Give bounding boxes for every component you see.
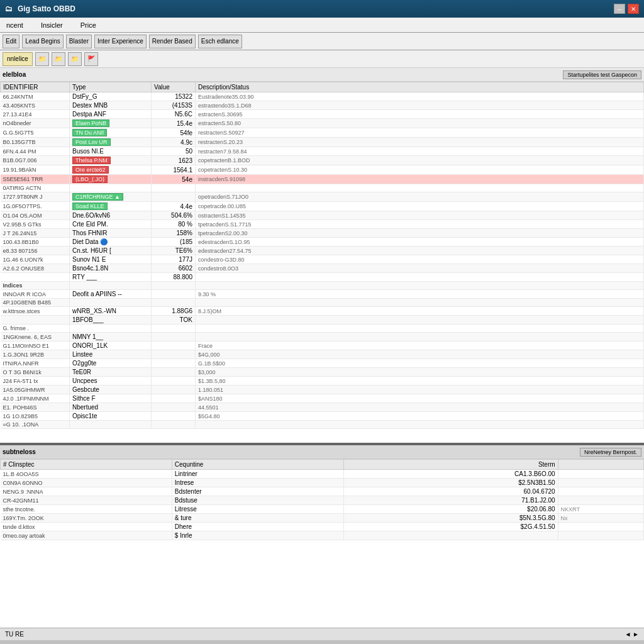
status-button[interactable]: Ore ercte62 <box>72 166 109 174</box>
menu-item-ncent[interactable]: ncent <box>3 20 27 30</box>
toolbar: Edit Lead Begins Blaster Inter Experienc… <box>0 33 644 50</box>
tab-esch-edlance[interactable]: Esch edlance <box>198 35 242 48</box>
cell-id: G1.1MOInN5O E1 <box>1 341 70 350</box>
table-row: Indices <box>1 282 644 290</box>
tab-render-based[interactable]: Render Based <box>149 35 196 48</box>
cell-desc: 8.J.5)OM <box>196 307 644 316</box>
table-row: B0.135G7TBPost Lov UR4.9crestractenS.20.… <box>1 138 644 147</box>
tab-blaster[interactable]: Blaster <box>66 35 92 48</box>
action-flag[interactable]: 🚩 <box>84 52 98 66</box>
cell-type <box>70 184 152 192</box>
tab-lead-begins[interactable]: Lead Begins <box>22 35 64 48</box>
cell-type <box>70 282 152 290</box>
table-row: 19.91.9BAkNOre ercte621564.1copetractenS… <box>1 165 644 175</box>
cell-val: 1564.1 <box>152 165 196 175</box>
startup-test-button[interactable]: Startupelites test Gaspecon <box>563 70 641 79</box>
cell-type: TeE0R <box>70 368 152 377</box>
lower-panel-title: subtneloss <box>3 448 36 455</box>
cell-id: 43.405KNTS <box>1 101 70 110</box>
action-nnlelice[interactable]: nnlelice <box>3 52 33 66</box>
status-button[interactable]: TN Du ANIl <box>72 129 107 136</box>
cell-type: Post Lov UR <box>70 138 152 147</box>
title-bar-controls: – ✕ <box>614 4 639 14</box>
cell-id: O T 3G B6NI1k <box>1 368 70 377</box>
cell-desc: copetractenB.1.BOD <box>196 156 644 165</box>
list-item: tsnde d.kttoxDhere$2G.4.51.50 <box>1 523 644 531</box>
cell-type: wNRB_XS.-WN <box>70 307 152 316</box>
status-button[interactable]: Soad KLLE <box>72 203 108 210</box>
cell-val <box>152 386 196 394</box>
cell-val: 15.4e <box>152 119 196 128</box>
minimize-button[interactable]: – <box>614 4 625 14</box>
cell-type: (LBO_(.JO) <box>70 175 152 184</box>
table-row: 1G 1O.8Z9B5Opisc1te$5G4.80 <box>1 412 644 421</box>
tab-inter-experience[interactable]: Inter Experience <box>94 35 147 48</box>
cell-id: 1G.46 6.UON7k <box>1 255 70 264</box>
table-row: nO4bnederElaen PoNB15.4eestractenS.50.80 <box>1 119 644 128</box>
cell-val: TE6% <box>152 247 196 255</box>
table-row: V2.95B.5 GTksCrte Eld PM.80 %tpetracdenS… <box>1 220 644 229</box>
lower-cell-type: Bdstenter <box>172 487 343 496</box>
title-bar: 🗂 Gig Satto OBBD – ✕ <box>0 0 644 18</box>
lower-cell-val <box>343 531 558 540</box>
action-bar: nnlelice 📁 📁 📁 🚩 <box>0 50 644 68</box>
status-button[interactable]: Post Lov UR <box>72 138 111 146</box>
cell-type: Opisc1te <box>70 412 152 421</box>
lower-cell-val: 60.04.6720 <box>343 487 558 496</box>
lower-cell-extra <box>558 531 643 540</box>
cell-type: ONORI_1LK <box>70 341 152 350</box>
action-folder2[interactable]: 📁 <box>52 52 65 66</box>
cell-id: 4J.0 .1FPNMNNM <box>1 394 70 403</box>
list-item: sthe tncotne.Litresse$20.06.80NKXRT <box>1 505 644 514</box>
upper-data-table[interactable]: IDENTIFIER Type Value Description/Status… <box>0 82 644 429</box>
cell-id: 6FN.4.44 PM <box>1 147 70 156</box>
lower-header-btn[interactable]: NreNetney Bernpost. <box>580 448 641 457</box>
cell-id: O1.04 O5.AOM <box>1 211 70 220</box>
cell-type: Gesbcute <box>70 386 152 394</box>
lower-col-val: Sterm <box>343 460 558 470</box>
lower-cell-id: NENG.9 :NNNA <box>1 487 172 496</box>
cell-val <box>152 341 196 350</box>
menu-item-insicler[interactable]: Insicler <box>37 20 67 30</box>
cell-desc: tpetracdenS.S1.7715 <box>196 220 644 229</box>
cell-val: 15322 <box>152 92 196 101</box>
cell-desc: tpetracdenS2.00.30 <box>196 229 644 238</box>
cell-desc <box>196 325 644 333</box>
lower-panel-header: subtneloss NreNetney Bernpost. <box>0 445 644 459</box>
status-button[interactable]: C1RfCHRNGE ▲ <box>72 193 123 201</box>
cell-val: 158% <box>152 229 196 238</box>
cell-id: nO4bneder <box>1 119 70 128</box>
cell-val: 177J <box>152 255 196 264</box>
lower-data-table[interactable]: # Clinsptec Cequntine Sterm 1L.B 4OOA5SL… <box>0 459 644 584</box>
table-row: 4P.10G8ENB B485 <box>1 299 644 307</box>
cell-id: S5E5E561 TRR <box>1 175 70 184</box>
tab-edit[interactable]: Edit <box>3 35 19 48</box>
table-row: ITNIRA.NNFRO2gg0teG.1B.5$00 <box>1 359 644 368</box>
table-row: J T 26.24N15Thos FHNIR158%tpetracdenS2.0… <box>1 229 644 238</box>
cell-desc: 9.30 % <box>196 290 644 299</box>
lower-cell-extra: Nx <box>558 514 643 523</box>
table-row: G. frimse . <box>1 325 644 333</box>
lower-cell-extra <box>558 479 643 487</box>
lower-cell-extra: NKXRT <box>558 505 643 514</box>
cell-desc <box>196 184 644 192</box>
table-row: e8.33 807156Cn.st. H6UR [TE6%edestracden… <box>1 247 644 255</box>
lower-cell-id: sthe tncotne. <box>1 505 172 514</box>
action-folder1[interactable]: 📁 <box>35 52 49 66</box>
lower-table: # Clinsptec Cequntine Sterm 1L.B 4OOA5SL… <box>0 459 644 540</box>
status-button[interactable]: Thelsa P.NM <box>72 157 111 164</box>
lower-cell-id: tsnde d.kttox <box>1 523 172 531</box>
cell-type: DstFy_G <box>70 92 152 101</box>
status-button[interactable]: Elaen PoNB <box>72 119 109 127</box>
lower-cell-val: $20.06.80 <box>343 505 558 514</box>
upper-panel: elelbloa Startupelites test Gaspecon IDE… <box>0 68 644 445</box>
status-button[interactable]: (LBO_(.JO) <box>72 175 108 183</box>
close-button[interactable]: ✕ <box>628 4 639 14</box>
cell-type: Crte Eld PM. <box>70 220 152 229</box>
menu-item-price[interactable]: Price <box>77 20 100 30</box>
cell-type: Nbertued <box>70 403 152 412</box>
list-item: 1L.B 4OOA5SLintrinerCA1.3.B6O.00 <box>1 470 644 479</box>
table-row: O T 3G B6NI1kTeE0R$3,000 <box>1 368 644 377</box>
cell-type: Destex MNB <box>70 101 152 110</box>
action-folder3[interactable]: 📁 <box>68 52 82 66</box>
